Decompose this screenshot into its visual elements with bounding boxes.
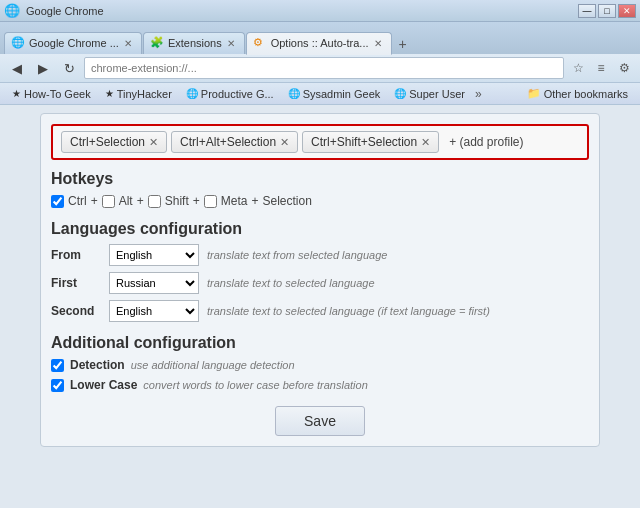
toolbar-right: ☆ ≡ ⚙ <box>568 58 634 78</box>
bookmark-productive[interactable]: 🌐 Productive G... <box>180 86 280 102</box>
lowercase-desc: convert words to lower case before trans… <box>143 379 367 391</box>
from-label: From <box>51 248 101 262</box>
first-row: First Russian English French German tran… <box>51 272 589 294</box>
other-bookmarks-label: Other bookmarks <box>544 88 628 100</box>
profile-3-label: Ctrl+Shift+Selection <box>311 135 417 149</box>
bookmark-tinyhacker[interactable]: ★ TinyHacker <box>99 86 178 102</box>
from-desc: translate text from selected language <box>207 249 387 261</box>
tab-chrome-label: Google Chrome ... <box>29 37 119 49</box>
tab-extensions[interactable]: 🧩 Extensions ✕ <box>143 32 245 54</box>
superuser-label: Super User <box>409 88 465 100</box>
additional-title: Additional configuration <box>51 334 589 352</box>
profile-2-label: Ctrl+Alt+Selection <box>180 135 276 149</box>
languages-title: Languages configuration <box>51 220 589 238</box>
additional-section: Additional configuration Detection use a… <box>51 334 589 392</box>
detection-row: Detection use additional language detect… <box>51 358 589 372</box>
lowercase-label: Lower Case <box>70 378 137 392</box>
bookmark-superuser[interactable]: 🌐 Super User <box>388 86 471 102</box>
back-button[interactable]: ◀ <box>6 57 28 79</box>
extensions-favicon: 🧩 <box>150 36 164 50</box>
productive-icon: 🌐 <box>186 88 198 99</box>
detection-label: Detection <box>70 358 125 372</box>
save-area: Save <box>51 406 589 436</box>
maximize-button[interactable]: □ <box>598 4 616 18</box>
detection-checkbox[interactable] <box>51 359 64 372</box>
plus-1: + <box>91 194 98 208</box>
minimize-button[interactable]: — <box>578 4 596 18</box>
profile-tabs-container: Ctrl+Selection ✕ Ctrl+Alt+Selection ✕ Ct… <box>51 124 589 160</box>
profile-3-close[interactable]: ✕ <box>421 136 430 149</box>
title-bar: 🌐 Google Chrome — □ ✕ <box>0 0 640 22</box>
other-bookmarks[interactable]: 📁 Other bookmarks <box>521 85 634 102</box>
add-profile-button[interactable]: + (add profile) <box>443 132 529 152</box>
ctrl-checkbox[interactable] <box>51 195 64 208</box>
window-controls: — □ ✕ <box>578 4 636 18</box>
save-button[interactable]: Save <box>275 406 365 436</box>
alt-label: Alt <box>119 194 133 208</box>
tabs-row: 🌐 Google Chrome ... ✕ 🧩 Extensions ✕ ⚙ O… <box>0 22 640 54</box>
from-select[interactable]: English French German Spanish Auto <box>109 244 199 266</box>
profile-tab-2[interactable]: Ctrl+Alt+Selection ✕ <box>171 131 298 153</box>
lowercase-checkbox[interactable] <box>51 379 64 392</box>
toolbar: ◀ ▶ ↻ ☆ ≡ ⚙ <box>0 54 640 83</box>
plus-3: + <box>193 194 200 208</box>
close-button[interactable]: ✕ <box>618 4 636 18</box>
languages-section: Languages configuration From English Fre… <box>51 220 589 322</box>
bookmarks-bar: ★ How-To Geek ★ TinyHacker 🌐 Productive … <box>0 83 640 105</box>
superuser-icon: 🌐 <box>394 88 406 99</box>
howtogeek-label: How-To Geek <box>24 88 91 100</box>
shift-label: Shift <box>165 194 189 208</box>
tinyhacker-label: TinyHacker <box>117 88 172 100</box>
tab-options-label: Options :: Auto-tra... <box>271 37 369 49</box>
howtogeek-icon: ★ <box>12 88 21 99</box>
first-label: First <box>51 276 101 290</box>
plus-4: + <box>251 194 258 208</box>
lowercase-row: Lower Case convert words to lower case b… <box>51 378 589 392</box>
new-tab-button[interactable]: + <box>393 34 413 54</box>
first-select[interactable]: Russian English French German <box>109 272 199 294</box>
profile-1-label: Ctrl+Selection <box>70 135 145 149</box>
productive-label: Productive G... <box>201 88 274 100</box>
tab-options[interactable]: ⚙ Options :: Auto-tra... ✕ <box>246 32 392 55</box>
tab-chrome-close[interactable]: ✕ <box>123 38 133 49</box>
profile-tab-3[interactable]: Ctrl+Shift+Selection ✕ <box>302 131 439 153</box>
sysadmin-icon: 🌐 <box>288 88 300 99</box>
reload-button[interactable]: ↻ <box>58 57 80 79</box>
hotkeys-row: Ctrl + Alt + Shift + Meta + Selection <box>51 194 589 208</box>
second-row: Second English Russian French German tra… <box>51 300 589 322</box>
second-select[interactable]: English Russian French German <box>109 300 199 322</box>
bookmark-star-icon[interactable]: ☆ <box>568 58 588 78</box>
tab-extensions-label: Extensions <box>168 37 222 49</box>
profile-tab-1[interactable]: Ctrl+Selection ✕ <box>61 131 167 153</box>
tab-chrome[interactable]: 🌐 Google Chrome ... ✕ <box>4 32 142 54</box>
hotkeys-section: Hotkeys Ctrl + Alt + Shift + Meta + Sele… <box>51 170 589 208</box>
detection-desc: use additional language detection <box>131 359 295 371</box>
bookmark-howtogeek[interactable]: ★ How-To Geek <box>6 86 97 102</box>
tab-options-close[interactable]: ✕ <box>373 38 383 49</box>
shift-checkbox[interactable] <box>148 195 161 208</box>
content-area: Ctrl+Selection ✕ Ctrl+Alt+Selection ✕ Ct… <box>0 105 640 508</box>
selection-label: Selection <box>262 194 311 208</box>
profile-2-close[interactable]: ✕ <box>280 136 289 149</box>
window-title: Google Chrome <box>26 5 104 17</box>
ctrl-label: Ctrl <box>68 194 87 208</box>
profile-1-close[interactable]: ✕ <box>149 136 158 149</box>
forward-button[interactable]: ▶ <box>32 57 54 79</box>
first-desc: translate text to selected language <box>207 277 375 289</box>
alt-checkbox[interactable] <box>102 195 115 208</box>
address-bar[interactable] <box>84 57 564 79</box>
meta-checkbox[interactable] <box>204 195 217 208</box>
settings-icon[interactable]: ⚙ <box>614 58 634 78</box>
page-menu-icon[interactable]: ≡ <box>591 58 611 78</box>
options-page: Ctrl+Selection ✕ Ctrl+Alt+Selection ✕ Ct… <box>40 113 600 447</box>
bookmark-sysadmin[interactable]: 🌐 Sysadmin Geek <box>282 86 387 102</box>
other-bookmarks-icon: 📁 <box>527 87 541 100</box>
tab-extensions-close[interactable]: ✕ <box>226 38 236 49</box>
from-row: From English French German Spanish Auto … <box>51 244 589 266</box>
more-bookmarks-button[interactable]: » <box>475 87 482 101</box>
tinyhacker-icon: ★ <box>105 88 114 99</box>
hotkeys-title: Hotkeys <box>51 170 589 188</box>
browser-window: 🌐 Google Chrome — □ ✕ 🌐 Google Chrome ..… <box>0 0 640 508</box>
options-favicon: ⚙ <box>253 36 267 50</box>
chrome-favicon: 🌐 <box>11 36 25 50</box>
